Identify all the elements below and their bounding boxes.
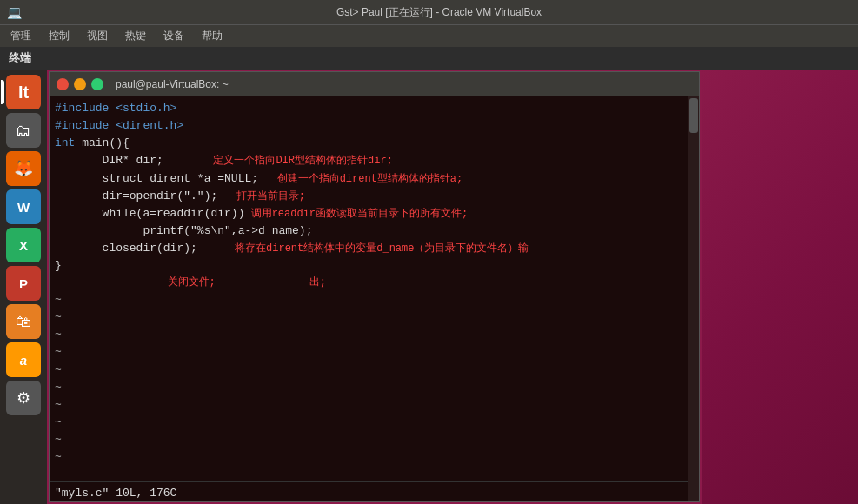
code-include-1: #include <stdio.h> [55, 100, 176, 117]
terminal-tab-title: paul@paul-VirtualBox: ~ [116, 78, 229, 90]
sidebar-item-writer[interactable]: W [6, 189, 41, 224]
tilde-5: ~ [55, 361, 694, 379]
code-line-8: printf("%s\n",a->d_name); [55, 222, 694, 240]
scrollbar-thumb[interactable] [689, 98, 698, 133]
code-line-4: DIR* dir; 定义一个指向DIR型结构体的指针dir; [55, 152, 694, 169]
desktop-right [702, 70, 858, 504]
code-line-3: int main(){ [55, 135, 694, 152]
menu-manage[interactable]: 管理 [7, 27, 35, 45]
code-line-2: #include <dirent.h> [55, 117, 694, 135]
close-button[interactable] [57, 78, 69, 90]
window-title: Gst> Paul [正在运行] - Oracle VM VirtualBox [27, 5, 851, 20]
code-line-9: closedir(dir); 将存在dirent结构体中的变量d_name（为目… [55, 240, 694, 257]
code-closedir: closedir(dir); [55, 240, 197, 257]
code-comment-5: 创建一个指向dirent型结构体的指针a; [258, 171, 462, 188]
status-text: "myls.c" 10L, 176C [55, 487, 176, 500]
menu-view[interactable]: 视图 [83, 27, 111, 45]
tilde-1: ~ [55, 291, 694, 308]
sidebar-item-amazon[interactable]: a [6, 342, 41, 377]
tilde-3: ~ [55, 326, 694, 343]
code-comment-close: 关闭文件; 出; [55, 275, 326, 291]
code-brace-close: } [55, 257, 62, 275]
code-opendir: dir=opendir("."); [55, 188, 217, 205]
tilde-10: ~ [55, 448, 694, 466]
code-comment-4: 定义一个指向DIR型结构体的指针dir; [163, 153, 393, 169]
tilde-6: ~ [55, 379, 694, 396]
tilde-9: ~ [55, 431, 694, 448]
code-line-10: } [55, 257, 694, 275]
tilde-7: ~ [55, 396, 694, 414]
sidebar-item-software[interactable]: 🛍 [6, 304, 41, 339]
main-area: It 🗂 🦊 W X P 🛍 a ⚙ [0, 70, 858, 504]
sidebar: It 🗂 🦊 W X P 🛍 a ⚙ [0, 70, 47, 504]
code-include-2: #include <dirent.h> [55, 117, 183, 135]
code-struct-decl: struct dirent *a =NULL; [55, 170, 258, 188]
menu-hotkey[interactable]: 热键 [122, 27, 150, 45]
code-line-5: struct dirent *a =NULL; 创建一个指向dirent型结构体… [55, 170, 694, 188]
status-line: "myls.c" 10L, 176C [50, 481, 688, 501]
sidebar-item-firefox[interactable]: 🦊 [6, 151, 41, 186]
tilde-8: ~ [55, 414, 694, 431]
code-comment-6: 打开当前目录; [217, 189, 305, 205]
tilde-2: ~ [55, 308, 694, 326]
terminal-label-bar: 终端 [0, 47, 858, 70]
title-bar: 💻 Gst> Paul [正在运行] - Oracle VM VirtualBo… [0, 0, 858, 24]
code-comment-9: 将存在dirent结构体中的变量d_name（为目录下的文件名）输 [197, 241, 529, 257]
app-icon: 💻 [7, 5, 22, 19]
scrollbar[interactable] [688, 96, 699, 501]
sidebar-item-calc[interactable]: X [6, 228, 41, 262]
minimize-button[interactable] [74, 78, 86, 90]
code-comment-7: 调用readdir函数读取当前目录下的所有文件; [244, 206, 468, 222]
code-dir-decl: DIR* dir; [55, 152, 163, 169]
terminal-label: 终端 [9, 50, 31, 66]
code-comment-cont: 关闭文件; 出; [55, 275, 694, 291]
sidebar-item-system[interactable]: ⚙ [6, 381, 41, 415]
code-line-7: while(a=readdir(dir)) 调用readdir函数读取当前目录下… [55, 205, 694, 222]
menu-help[interactable]: 帮助 [198, 27, 226, 45]
terminal-titlebar: paul@paul-VirtualBox: ~ [50, 72, 699, 96]
code-printf: printf("%s\n",a->d_name); [55, 222, 312, 240]
tilde-4: ~ [55, 343, 694, 361]
menu-device[interactable]: 设备 [160, 27, 188, 45]
sidebar-item-impress[interactable]: P [6, 266, 41, 301]
code-line-1: #include <stdio.h> [55, 100, 694, 117]
sidebar-item-ubuntu[interactable]: It [6, 75, 41, 109]
code-line-6: dir=opendir("."); 打开当前目录; [55, 188, 694, 205]
maximize-button[interactable] [91, 78, 103, 90]
menu-bar: 管理 控制 视图 热键 设备 帮助 [0, 24, 858, 47]
sidebar-item-files[interactable]: 🗂 [6, 113, 41, 148]
terminal-window: paul@paul-VirtualBox: ~ #include <stdio.… [49, 71, 700, 502]
code-keyword-int: int [55, 135, 75, 152]
menu-control[interactable]: 控制 [45, 27, 73, 45]
code-main: main(){ [75, 135, 129, 152]
code-area[interactable]: #include <stdio.h> #include <dirent.h> i… [50, 96, 699, 469]
code-while: while(a=readdir(dir)) [55, 205, 244, 222]
